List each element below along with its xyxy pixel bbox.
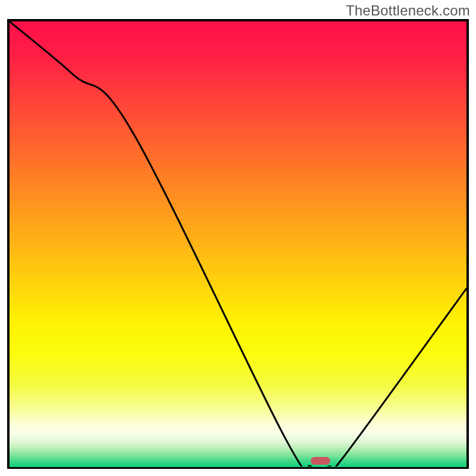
watermark: TheBottleneck.com [346, 2, 470, 19]
chart-container: TheBottleneck.com [0, 0, 476, 476]
gradient-band [10, 466, 466, 467]
optimum-marker [311, 457, 330, 465]
plot-area [7, 19, 469, 469]
